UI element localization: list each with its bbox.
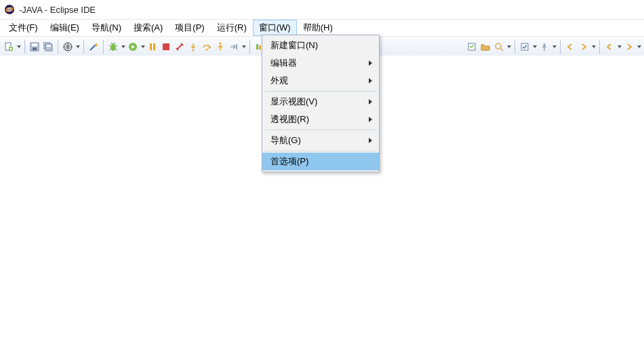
menu-show-view[interactable]: 显示视图(V)	[262, 93, 379, 111]
titlebar: -JAVA - Eclipse IDE	[0, 0, 644, 20]
run-icon[interactable]	[127, 41, 139, 53]
dropdown-arrow-icon[interactable]	[75, 41, 80, 53]
menu-window[interactable]: 窗口(W)	[253, 20, 297, 36]
menu-separator	[265, 130, 376, 130]
svg-rect-13	[150, 43, 152, 50]
dropdown-arrow-icon[interactable]	[532, 41, 537, 53]
menu-separator	[265, 151, 376, 151]
toggle-mark-icon[interactable]	[519, 41, 531, 53]
svg-rect-9	[47, 45, 51, 47]
menu-file[interactable]: 文件(F)	[3, 20, 44, 36]
menu-navigation[interactable]: 导航(G)	[262, 132, 379, 149]
menu-item-label: 首选项(P)	[270, 155, 308, 168]
svg-rect-21	[259, 45, 261, 50]
menu-item-label: 显示视图(V)	[270, 96, 317, 108]
menu-editor[interactable]: 编辑器	[262, 54, 379, 72]
disconnect-icon[interactable]	[174, 41, 186, 53]
svg-rect-15	[163, 43, 169, 50]
menu-search[interactable]: 搜索(A)	[127, 20, 169, 36]
pin-icon[interactable]	[538, 41, 550, 53]
submenu-arrow-icon	[369, 117, 372, 122]
menu-project[interactable]: 项目(P)	[169, 20, 210, 36]
svg-point-11	[110, 44, 116, 51]
toolbar-separator	[24, 40, 25, 54]
menu-new-window[interactable]: 新建窗口(N)	[262, 37, 379, 54]
submenu-arrow-icon	[369, 99, 372, 104]
svg-rect-20	[256, 44, 258, 50]
menu-edit[interactable]: 编辑(E)	[44, 20, 85, 36]
nav-forward-icon[interactable]	[578, 41, 590, 53]
folder-open-icon[interactable]	[479, 41, 491, 53]
dropdown-arrow-icon[interactable]	[16, 41, 21, 53]
menu-item-label: 透视图(R)	[270, 113, 309, 126]
submenu-arrow-icon	[369, 60, 372, 66]
svg-point-18	[220, 43, 222, 45]
pause-icon[interactable]	[146, 41, 159, 53]
menu-item-label: 编辑器	[270, 57, 297, 69]
nav-back-icon[interactable]	[564, 41, 576, 53]
toolbar-separator	[83, 40, 84, 54]
svg-point-28	[496, 43, 501, 49]
menu-run[interactable]: 运行(R)	[211, 20, 253, 36]
dropdown-arrow-icon[interactable]	[506, 41, 511, 53]
submenu-arrow-icon	[369, 138, 372, 143]
dropdown-arrow-icon[interactable]	[121, 41, 125, 53]
toolbar-separator	[249, 40, 250, 54]
toolbar-separator	[599, 40, 600, 54]
menu-appearance[interactable]: 外观	[262, 72, 379, 90]
toolbar-separator	[58, 40, 58, 54]
new-file-icon[interactable]	[3, 41, 15, 53]
open-task-icon[interactable]	[466, 41, 478, 53]
menu-navigate[interactable]: 导航(N)	[85, 20, 127, 36]
menu-preferences[interactable]: 首选项(P)	[262, 153, 379, 170]
toolbar-separator	[515, 40, 515, 54]
globe-icon[interactable]	[62, 41, 74, 53]
dropdown-arrow-icon[interactable]	[617, 41, 622, 53]
window-title: -JAVA - Eclipse IDE	[19, 5, 96, 15]
menu-item-label: 新建窗口(N)	[270, 39, 318, 52]
window-menu-dropdown: 新建窗口(N) 编辑器 外观 显示视图(V) 透视图(R) 导航(G) 首选项(…	[262, 35, 380, 172]
dropdown-arrow-icon[interactable]	[140, 41, 145, 53]
step-into-icon[interactable]	[187, 41, 199, 53]
save-icon[interactable]	[28, 41, 41, 53]
submenu-arrow-icon	[369, 78, 372, 83]
menu-perspective[interactable]: 透视图(R)	[262, 111, 379, 128]
menu-help[interactable]: 帮助(H)	[297, 20, 339, 36]
history-forward-icon[interactable]	[623, 41, 635, 53]
wand-icon[interactable]	[87, 41, 100, 53]
dropdown-arrow-icon[interactable]	[637, 41, 641, 53]
menu-separator	[265, 91, 376, 92]
eclipse-logo-icon	[4, 4, 15, 15]
svg-point-17	[206, 49, 208, 51]
svg-rect-6	[33, 47, 37, 50]
svg-rect-14	[153, 43, 155, 50]
menu-item-label: 外观	[270, 75, 288, 87]
step-return-icon[interactable]	[214, 41, 226, 53]
dropdown-arrow-icon[interactable]	[591, 41, 596, 53]
svg-point-16	[193, 50, 195, 52]
save-all-icon[interactable]	[42, 41, 54, 53]
search-icon[interactable]	[493, 41, 505, 53]
debug-icon[interactable]	[107, 41, 119, 53]
svg-rect-5	[32, 43, 37, 46]
stop-icon[interactable]	[160, 41, 172, 53]
svg-rect-19	[236, 44, 237, 50]
menu-item-label: 导航(G)	[270, 134, 301, 147]
dropdown-arrow-icon[interactable]	[241, 41, 246, 53]
dropdown-arrow-icon[interactable]	[552, 41, 557, 53]
history-back-icon[interactable]	[603, 41, 616, 53]
step-over-icon[interactable]	[201, 41, 213, 53]
toolbar-separator	[103, 40, 104, 54]
resume-icon[interactable]	[228, 41, 240, 53]
toolbar-separator	[560, 40, 561, 54]
